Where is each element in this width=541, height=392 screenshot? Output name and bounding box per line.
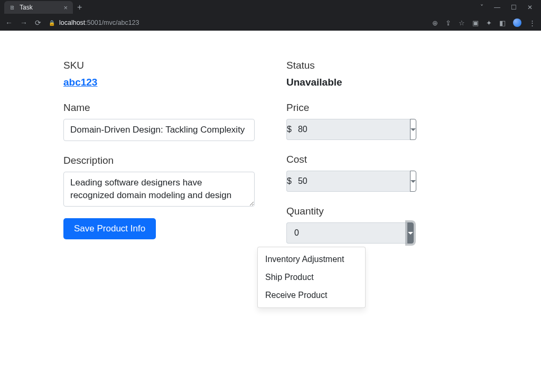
lock-icon: 🔒 (49, 20, 55, 26)
quantity-dropdown-menu: Inventory Adjustment Ship Product Receiv… (257, 247, 366, 308)
quantity-label: Quantity (286, 206, 478, 217)
back-icon[interactable]: ← (5, 18, 13, 27)
currency-prefix: $ (286, 119, 292, 140)
save-button[interactable]: Save Product Info (63, 218, 156, 239)
browser-chrome: 🗎 Task × + ˅ ― ☐ ✕ ← → ⟳ 🔒 localhost:500… (0, 0, 541, 31)
zoom-icon[interactable]: ⊕ (432, 19, 438, 27)
chevron-down-icon (411, 180, 416, 183)
price-label: Price (286, 102, 478, 114)
menu-item-inventory-adjustment[interactable]: Inventory Adjustment (258, 250, 365, 268)
page-content: SKU abc123 Name Description Save Product… (0, 31, 541, 257)
status-value: Unavailable (286, 77, 478, 88)
left-column: SKU abc123 Name Description Save Product… (63, 60, 255, 257)
reload-icon[interactable]: ⟳ (35, 18, 41, 27)
description-label: Description (63, 155, 255, 166)
quantity-dropdown-toggle[interactable] (407, 222, 414, 244)
cost-dropdown-toggle[interactable] (410, 171, 416, 192)
sku-link[interactable]: abc123 (63, 77, 97, 88)
apps-icon[interactable]: ◧ (499, 19, 506, 27)
minimize-icon[interactable]: ― (494, 4, 500, 11)
price-dropdown-toggle[interactable] (410, 119, 416, 140)
page-icon: 🗎 (10, 4, 15, 11)
avatar[interactable] (513, 18, 521, 27)
sku-label: SKU (63, 60, 255, 71)
close-window-icon[interactable]: ✕ (527, 4, 533, 11)
url-host: localhost (59, 19, 85, 26)
menu-item-receive-product[interactable]: Receive Product (258, 286, 365, 304)
currency-prefix: $ (286, 171, 292, 192)
right-column: Status Unavailable Price $ Cost $ Quanti… (286, 60, 478, 257)
chevron-down-icon[interactable]: ˅ (480, 4, 483, 11)
extension-icon[interactable]: ▣ (472, 19, 479, 27)
forward-icon[interactable]: → (20, 18, 27, 27)
cost-input[interactable] (292, 171, 410, 192)
cost-label: Cost (286, 154, 478, 165)
quantity-input[interactable] (286, 222, 407, 244)
url-bar[interactable]: 🔒 localhost:5001/mvc/abc123 (49, 19, 425, 26)
star-icon[interactable]: ☆ (459, 19, 465, 27)
quantity-group: Inventory Adjustment Ship Product Receiv… (286, 222, 366, 244)
price-group: $ (286, 119, 387, 140)
chevron-down-icon (411, 128, 416, 131)
tab-bar: 🗎 Task × + ˅ ― ☐ ✕ (0, 0, 541, 15)
url-path: :5001/mvc/abc123 (85, 19, 139, 26)
browser-tab[interactable]: 🗎 Task × (4, 1, 73, 14)
puzzle-icon[interactable]: ✦ (486, 19, 492, 27)
description-textarea[interactable] (63, 172, 255, 207)
address-bar: ← → ⟳ 🔒 localhost:5001/mvc/abc123 ⊕ ⇪ ☆ … (0, 15, 541, 31)
kebab-menu-icon[interactable]: ⋮ (529, 19, 536, 27)
status-label: Status (286, 60, 478, 71)
close-icon[interactable]: × (63, 4, 68, 12)
chevron-down-icon (408, 232, 413, 235)
tab-title: Task (20, 4, 33, 11)
cost-group: $ (286, 171, 387, 192)
share-icon[interactable]: ⇪ (445, 19, 451, 27)
name-input[interactable] (63, 119, 255, 141)
name-label: Name (63, 102, 255, 114)
maximize-icon[interactable]: ☐ (511, 4, 517, 11)
price-input[interactable] (292, 119, 410, 140)
new-tab-button[interactable]: + (77, 3, 82, 12)
window-controls: ˅ ― ☐ ✕ (480, 4, 541, 11)
menu-item-ship-product[interactable]: Ship Product (258, 268, 365, 286)
